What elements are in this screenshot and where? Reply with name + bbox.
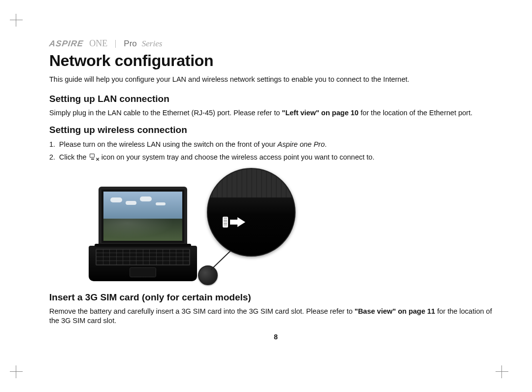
page-content: ASPIRE ONE Pro Series Network configurat… xyxy=(49,38,502,341)
step1-product-name: Aspire one Pro xyxy=(277,140,325,148)
step1-after: . xyxy=(325,140,327,148)
lan-text-before: Simply plug in the LAN cable to the Ethe… xyxy=(49,109,282,117)
step2-before: Click the xyxy=(59,153,89,161)
brand-aspire-logo: ASPIRE xyxy=(49,39,84,49)
crop-mark-top-left xyxy=(10,14,23,27)
brand-series-text: Series xyxy=(142,39,163,49)
page-number: 8 xyxy=(49,333,502,341)
callout-leader-line xyxy=(210,249,233,270)
sim-text-before: Remove the battery and carefully insert … xyxy=(49,307,355,315)
wireless-steps: Please turn on the wireless LAN using th… xyxy=(49,139,502,163)
paragraph-sim: Remove the battery and carefully insert … xyxy=(49,307,502,326)
crop-mark-bottom-left xyxy=(10,365,23,378)
brand-header: ASPIRE ONE Pro Series xyxy=(49,38,502,49)
lan-crossref: "Left view" on page 10 xyxy=(282,109,359,117)
laptop-illustration: acer xyxy=(89,187,197,281)
wireless-step-1: Please turn on the wireless LAN using th… xyxy=(49,139,502,150)
intro-paragraph: This guide will help you configure your … xyxy=(49,75,502,85)
brand-one-logo: ONE xyxy=(89,38,107,49)
lan-text-after: for the location of the Ethernet port. xyxy=(359,109,472,117)
step1-before: Please turn on the wireless LAN using th… xyxy=(59,140,277,148)
brand-pro-text: Pro xyxy=(124,39,136,49)
wireless-step-2: Click the ✕ icon on your system tray and… xyxy=(49,152,502,163)
heading-sim: Insert a 3G SIM card (only for certain m… xyxy=(49,292,502,303)
crop-mark-bottom-right xyxy=(496,365,508,378)
brand-divider xyxy=(115,40,116,48)
page-title: Network configuration xyxy=(49,52,502,70)
heading-lan: Setting up LAN connection xyxy=(49,94,502,104)
document-page: ASPIRE ONE Pro Series Network configurat… xyxy=(0,0,532,392)
magnifier-inset xyxy=(207,168,296,257)
paragraph-lan: Simply plug in the LAN cable to the Ethe… xyxy=(49,108,502,118)
step2-after: icon on your system tray and choose the … xyxy=(100,153,375,161)
wireless-switch-icon xyxy=(223,216,245,228)
network-tray-icon: ✕ xyxy=(90,154,99,162)
figure-wireless-switch: acer xyxy=(89,168,296,286)
heading-wireless: Setting up wireless connection xyxy=(49,125,502,135)
sim-crossref: "Base view" on page 11 xyxy=(355,307,435,315)
callout-origin-dot xyxy=(198,265,218,285)
